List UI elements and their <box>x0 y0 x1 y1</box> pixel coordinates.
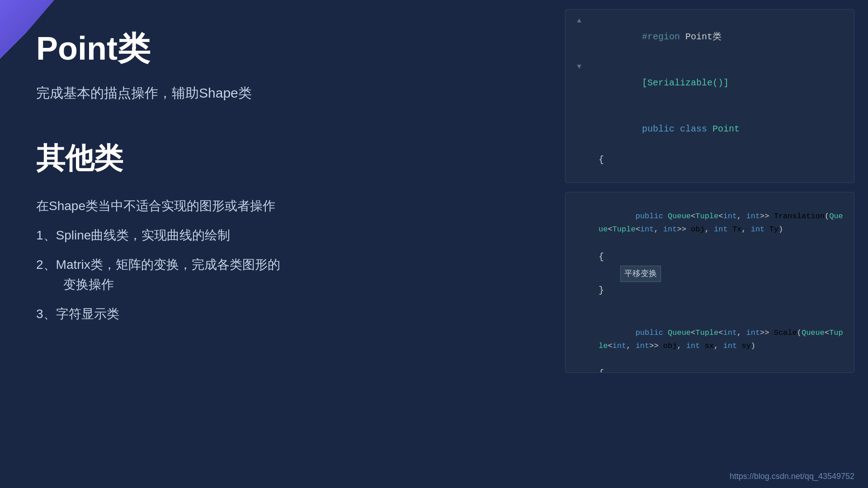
gutter: ▼ <box>572 60 586 73</box>
code-line: public int x, y; <box>566 168 854 183</box>
code-content: [Serializable()] <box>599 60 847 106</box>
code-line: { <box>566 152 854 168</box>
code-content: 平移变换 <box>599 265 847 283</box>
gutter <box>572 197 586 198</box>
gutter <box>572 366 586 367</box>
gutter <box>572 265 586 266</box>
code-line: ▼ [Serializable()] <box>566 60 854 106</box>
right-panel: ▲ #region Point类 ▼ [Serializable()] publ… <box>565 9 854 373</box>
code-line <box>566 298 854 314</box>
footer-url: https://blog.csdn.net/qq_43549752 <box>730 472 854 481</box>
code-line: } <box>566 283 854 298</box>
code-line: { <box>566 366 854 373</box>
code-line: public Queue<Tuple<int, int>> Translatio… <box>566 197 854 249</box>
code-content: public Queue<Tuple<int, int>> Translatio… <box>599 197 847 249</box>
code-line: 平移变换 <box>566 265 854 283</box>
gutter <box>572 314 586 314</box>
left-panel: Point类 完成基本的描点操作，辅助Shape类 其他类 在Shape类当中不… <box>36 18 353 470</box>
code-panel-top: ▲ #region Point类 ▼ [Serializable()] publ… <box>565 9 854 183</box>
subtitle-text: 完成基本的描点操作，辅助Shape类 <box>36 84 353 103</box>
gutter <box>572 298 586 299</box>
gutter <box>572 249 586 250</box>
code-content: { <box>599 366 847 373</box>
code-content: { <box>599 249 847 265</box>
code-line: ▲ #region Point类 <box>566 14 854 60</box>
gutter <box>572 283 586 284</box>
code-line: { <box>566 249 854 265</box>
list-item-1: 1、Spline曲线类，实现曲线的绘制 <box>36 225 353 246</box>
code-content: #region Point类 <box>599 14 847 60</box>
list-item-2: 2、Matrix类，矩阵的变换，完成各类图形的变换操作 <box>36 255 353 296</box>
section-title: 其他类 <box>36 139 353 178</box>
gutter: ▲ <box>572 14 586 27</box>
list-item-3: 3、字符显示类 <box>36 304 353 324</box>
code-line: public Queue<Tuple<int, int>> Scale(Queu… <box>566 314 854 366</box>
code-line: public class Point <box>566 106 854 152</box>
code-content: public class Point <box>599 106 847 152</box>
code-content: public Queue<Tuple<int, int>> Scale(Queu… <box>599 314 847 366</box>
gutter <box>572 152 586 153</box>
gutter <box>572 106 586 107</box>
code-content: { <box>599 152 847 168</box>
code-content <box>599 298 847 314</box>
main-title: Point类 <box>36 27 353 70</box>
code-content: } <box>599 283 847 298</box>
comment-box-translation: 平移变换 <box>620 266 661 282</box>
code-panel-bottom: public Queue<Tuple<int, int>> Translatio… <box>565 192 854 373</box>
description-text: 在Shape类当中不适合实现的图形或者操作 <box>36 196 353 216</box>
gutter <box>572 168 586 169</box>
code-content: public int x, y; <box>599 168 847 183</box>
